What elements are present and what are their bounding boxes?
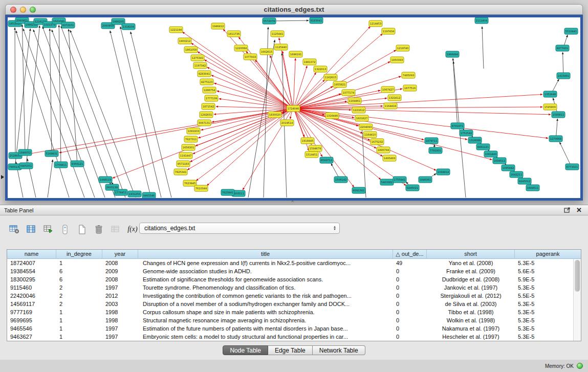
graph-node[interactable]: 1220084 [234, 45, 248, 51]
graph-edge[interactable] [453, 58, 458, 124]
graph-node[interactable]: 7825341 [174, 169, 187, 175]
graph-edge[interactable] [130, 32, 171, 198]
graph-edge[interactable] [69, 29, 77, 162]
graph-node[interactable]: 4275123 [200, 79, 213, 85]
graph-node[interactable]: 7627311 [184, 136, 198, 142]
graph-edge[interactable] [15, 28, 15, 154]
graph-edge[interactable] [564, 35, 568, 46]
graph-node[interactable]: 8183041 [310, 17, 323, 24]
graph-node[interactable]: 6773321 [565, 164, 579, 170]
graph-node[interactable]: 1811736 [227, 31, 241, 37]
tab-node-table[interactable]: Node Table [223, 345, 268, 355]
graph-edge[interactable] [293, 58, 295, 106]
graph-edge[interactable] [214, 83, 290, 107]
delete-column-icon[interactable] [92, 223, 106, 236]
graph-node[interactable]: 1506142 [334, 177, 347, 183]
window-titlebar[interactable]: citations_edges.txt [5, 4, 583, 15]
graph-edge[interactable] [61, 26, 125, 198]
graph-node[interactable]: 1221194 [169, 27, 183, 33]
graph-node[interactable]: 1318088 [468, 137, 482, 143]
table-row[interactable]: 1938455462009Genome-wide association stu… [7, 267, 573, 275]
table-row[interactable]: 2242004622012Investigating the contribut… [7, 292, 573, 300]
graph-edge[interactable] [59, 109, 290, 153]
table-scrollbar[interactable] [573, 259, 581, 341]
graph-edge[interactable] [296, 107, 542, 108]
graph-node[interactable]: 2605139 [105, 184, 119, 190]
graph-edge[interactable] [48, 160, 53, 198]
graph-node[interactable]: 1981372 [303, 59, 316, 65]
graph-node[interactable]: 1275341 [191, 55, 204, 61]
graph-node[interactable]: 5905351 [19, 163, 33, 169]
graph-node[interactable]: 1724046 [287, 105, 300, 112]
table-mode-icon[interactable] [7, 223, 21, 236]
graph-node[interactable]: 1871542 [202, 103, 215, 110]
graph-node[interactable]: 1094414 [437, 169, 450, 175]
graph-node[interactable]: 9465546 [142, 192, 156, 198]
graph-node[interactable]: 1316446 [325, 113, 339, 119]
table-row[interactable]: 946554611997Estimation of the future num… [7, 324, 573, 333]
graph-node[interactable]: 9245012 [518, 178, 531, 184]
new-column-icon[interactable] [75, 223, 89, 236]
graph-edge[interactable] [223, 29, 291, 107]
graph-edge[interactable] [272, 20, 309, 21]
graph-edge[interactable] [331, 163, 339, 178]
graph-node[interactable]: 7623941 [221, 189, 234, 195]
graph-node[interactable]: 1751542 [460, 130, 473, 136]
graph-edge[interactable] [23, 109, 290, 155]
graph-node[interactable]: 8791971 [451, 123, 464, 129]
graph-node[interactable]: 1931256 [128, 191, 141, 197]
graph-node[interactable]: 1662615 [260, 49, 273, 55]
graph-edge[interactable] [556, 119, 558, 137]
column-header[interactable]: pagerank [515, 250, 581, 258]
table-row[interactable]: 1830029562008Estimation of significance … [7, 275, 573, 283]
graph-node[interactable]: 1164416 [384, 103, 397, 109]
column-header[interactable]: title [138, 250, 393, 258]
minimize-window-button[interactable] [20, 7, 26, 13]
graph-node[interactable]: 1601627 [355, 115, 368, 121]
table-row[interactable]: 911546021997Tourette syndrome. Phenomeno… [7, 283, 573, 292]
graph-node[interactable]: 9283041 [198, 71, 211, 77]
graph-edge[interactable] [16, 31, 69, 198]
column-header[interactable]: △ out_de... [393, 250, 427, 258]
zoom-window-button[interactable] [30, 7, 36, 13]
graph-edge[interactable] [294, 66, 307, 107]
graph-node[interactable]: 1292831 [200, 112, 213, 118]
graph-edge[interactable] [255, 60, 292, 107]
graph-node[interactable]: 9356121 [71, 161, 84, 167]
graph-node[interactable]: 1777139 [205, 95, 218, 101]
graph-node[interactable]: 1830020 [268, 112, 281, 118]
graph-node[interactable]: 1895794 [377, 147, 390, 153]
graph-node[interactable]: 1162615 [324, 74, 337, 80]
graph-node[interactable]: 2019514 [280, 120, 294, 126]
graph-edge[interactable] [59, 25, 61, 163]
graph-edge[interactable] [248, 40, 275, 198]
graph-node[interactable]: 7623945 [183, 180, 197, 186]
graph-node[interactable]: 7791931 [429, 147, 442, 154]
graph-node[interactable]: 1067427 [381, 86, 395, 93]
graph-node[interactable]: 1270668 [549, 136, 562, 142]
graph-edge[interactable] [270, 55, 292, 106]
graph-node[interactable]: 5572379 [263, 18, 276, 24]
graph-node[interactable]: 1077918 [244, 54, 257, 60]
graph-node[interactable]: 1900212 [178, 38, 191, 44]
graph-node[interactable]: 6091391 [352, 187, 365, 193]
graph-node[interactable]: 1219740 [396, 45, 409, 51]
graph-node[interactable]: 2204093 [359, 124, 373, 130]
memory-status-icon[interactable] [577, 363, 583, 369]
graph-node[interactable]: 1684511 [526, 185, 539, 191]
graph-edge[interactable] [482, 27, 484, 69]
graph-node[interactable]: 9372151 [61, 22, 75, 28]
network-canvas[interactable]: 1724046122119419464121811736190021218610… [8, 17, 580, 198]
graph-node[interactable]: 1197434 [382, 28, 395, 34]
graph-edge[interactable] [70, 30, 136, 198]
graph-node[interactable]: 1448119 [99, 177, 112, 183]
import-table-icon[interactable] [108, 223, 123, 236]
graph-node[interactable]: 1595811 [552, 112, 565, 118]
graph-node[interactable]: 1656301 [182, 144, 195, 150]
graph-node[interactable]: 1077174 [342, 90, 355, 96]
graph-node[interactable]: 1322013 [314, 66, 327, 72]
graph-node[interactable]: 7610344 [194, 185, 208, 191]
graph-node[interactable]: 1197342 [193, 62, 207, 69]
graph-node[interactable]: 9277431 [556, 45, 569, 51]
graph-node[interactable]: 1221612 [352, 107, 365, 113]
